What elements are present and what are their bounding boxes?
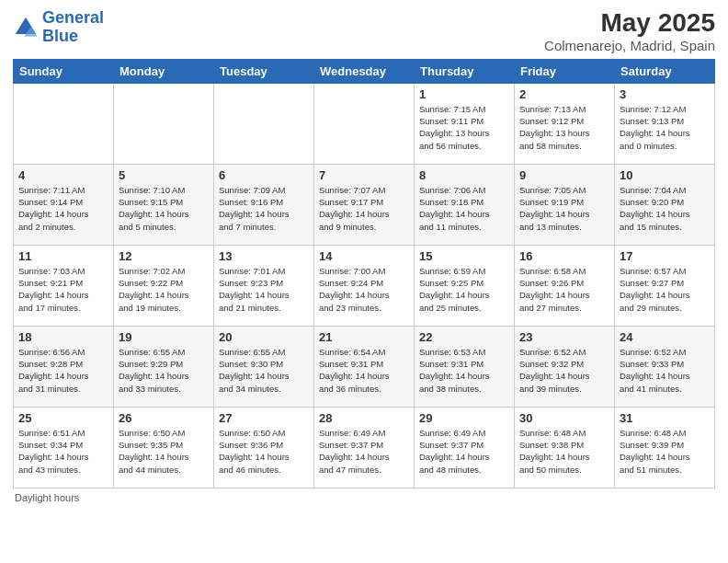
day-number: 1 — [419, 87, 509, 101]
day-number: 30 — [519, 411, 609, 425]
day-info: Sunrise: 6:56 AMSunset: 9:28 PMDaylight:… — [18, 346, 108, 395]
calendar-cell: 7Sunrise: 7:07 AMSunset: 9:17 PMDaylight… — [314, 164, 415, 245]
footer-note: Daylight hours — [13, 492, 715, 503]
day-number: 24 — [620, 330, 710, 344]
day-number: 4 — [18, 168, 108, 182]
calendar-cell: 31Sunrise: 6:48 AMSunset: 9:39 PMDayligh… — [615, 407, 715, 488]
day-number: 3 — [620, 87, 710, 101]
calendar-cell — [214, 83, 314, 164]
calendar-cell: 5Sunrise: 7:10 AMSunset: 9:15 PMDaylight… — [114, 164, 214, 245]
day-number: 13 — [219, 249, 309, 263]
calendar-cell: 15Sunrise: 6:59 AMSunset: 9:25 PMDayligh… — [415, 245, 515, 326]
calendar-cell: 2Sunrise: 7:13 AMSunset: 9:12 PMDaylight… — [515, 83, 615, 164]
day-info: Sunrise: 6:51 AMSunset: 9:34 PMDaylight:… — [18, 427, 108, 476]
calendar-table: SundayMondayTuesdayWednesdayThursdayFrid… — [13, 59, 715, 488]
calendar-week-1: 1Sunrise: 7:15 AMSunset: 9:11 PMDaylight… — [14, 83, 715, 164]
calendar-cell — [14, 83, 114, 164]
calendar-week-4: 18Sunrise: 6:56 AMSunset: 9:28 PMDayligh… — [14, 326, 715, 407]
day-info: Sunrise: 6:49 AMSunset: 9:37 PMDaylight:… — [319, 427, 409, 476]
day-info: Sunrise: 7:10 AMSunset: 9:15 PMDaylight:… — [119, 184, 209, 233]
day-info: Sunrise: 7:01 AMSunset: 9:23 PMDaylight:… — [219, 265, 309, 314]
day-info: Sunrise: 6:55 AMSunset: 9:29 PMDaylight:… — [119, 346, 209, 395]
day-info: Sunrise: 6:50 AMSunset: 9:35 PMDaylight:… — [119, 427, 209, 476]
day-info: Sunrise: 6:55 AMSunset: 9:30 PMDaylight:… — [219, 346, 309, 395]
calendar-cell: 30Sunrise: 6:48 AMSunset: 9:38 PMDayligh… — [515, 407, 615, 488]
day-info: Sunrise: 7:04 AMSunset: 9:20 PMDaylight:… — [620, 184, 710, 233]
day-number: 14 — [319, 249, 409, 263]
calendar-cell — [314, 83, 415, 164]
day-number: 27 — [219, 411, 309, 425]
weekday-header-row: SundayMondayTuesdayWednesdayThursdayFrid… — [14, 59, 715, 83]
day-number: 16 — [519, 249, 609, 263]
calendar-week-2: 4Sunrise: 7:11 AMSunset: 9:14 PMDaylight… — [14, 164, 715, 245]
day-number: 19 — [119, 330, 209, 344]
day-number: 7 — [319, 168, 409, 182]
calendar-cell: 26Sunrise: 6:50 AMSunset: 9:35 PMDayligh… — [114, 407, 214, 488]
day-number: 6 — [219, 168, 309, 182]
day-info: Sunrise: 7:09 AMSunset: 9:16 PMDaylight:… — [219, 184, 309, 233]
calendar-cell: 9Sunrise: 7:05 AMSunset: 9:19 PMDaylight… — [515, 164, 615, 245]
weekday-wednesday: Wednesday — [314, 59, 415, 83]
day-info: Sunrise: 7:03 AMSunset: 9:21 PMDaylight:… — [18, 265, 108, 314]
logo: General Blue — [13, 9, 104, 46]
day-info: Sunrise: 6:59 AMSunset: 9:25 PMDaylight:… — [419, 265, 509, 314]
day-number: 11 — [18, 249, 108, 263]
day-info: Sunrise: 7:07 AMSunset: 9:17 PMDaylight:… — [319, 184, 409, 233]
weekday-thursday: Thursday — [415, 59, 515, 83]
calendar-cell — [114, 83, 214, 164]
calendar-cell: 20Sunrise: 6:55 AMSunset: 9:30 PMDayligh… — [214, 326, 314, 407]
calendar-cell: 25Sunrise: 6:51 AMSunset: 9:34 PMDayligh… — [14, 407, 114, 488]
month-title: May 2025 — [544, 9, 715, 38]
day-number: 15 — [419, 249, 509, 263]
day-number: 20 — [219, 330, 309, 344]
day-number: 23 — [519, 330, 609, 344]
day-info: Sunrise: 6:49 AMSunset: 9:37 PMDaylight:… — [419, 427, 509, 476]
day-info: Sunrise: 6:58 AMSunset: 9:26 PMDaylight:… — [519, 265, 609, 314]
calendar-cell: 28Sunrise: 6:49 AMSunset: 9:37 PMDayligh… — [314, 407, 415, 488]
day-number: 2 — [519, 87, 609, 101]
calendar-cell: 4Sunrise: 7:11 AMSunset: 9:14 PMDaylight… — [14, 164, 114, 245]
day-info: Sunrise: 7:00 AMSunset: 9:24 PMDaylight:… — [319, 265, 409, 314]
calendar-cell: 8Sunrise: 7:06 AMSunset: 9:18 PMDaylight… — [415, 164, 515, 245]
day-number: 8 — [419, 168, 509, 182]
calendar-cell: 29Sunrise: 6:49 AMSunset: 9:37 PMDayligh… — [415, 407, 515, 488]
calendar-cell: 21Sunrise: 6:54 AMSunset: 9:31 PMDayligh… — [314, 326, 415, 407]
day-number: 17 — [620, 249, 710, 263]
day-number: 12 — [119, 249, 209, 263]
calendar-cell: 3Sunrise: 7:12 AMSunset: 9:13 PMDaylight… — [615, 83, 715, 164]
calendar-cell: 22Sunrise: 6:53 AMSunset: 9:31 PMDayligh… — [415, 326, 515, 407]
calendar-cell: 14Sunrise: 7:00 AMSunset: 9:24 PMDayligh… — [314, 245, 415, 326]
day-info: Sunrise: 7:02 AMSunset: 9:22 PMDaylight:… — [119, 265, 209, 314]
day-number: 10 — [620, 168, 710, 182]
logo-icon — [13, 15, 39, 40]
logo-blue: Blue — [42, 27, 78, 45]
day-info: Sunrise: 6:52 AMSunset: 9:32 PMDaylight:… — [519, 346, 609, 395]
day-number: 29 — [419, 411, 509, 425]
day-number: 9 — [519, 168, 609, 182]
weekday-friday: Friday — [515, 59, 615, 83]
day-number: 25 — [18, 411, 108, 425]
logo-text: General Blue — [42, 9, 104, 46]
calendar-cell: 24Sunrise: 6:52 AMSunset: 9:33 PMDayligh… — [615, 326, 715, 407]
location-title: Colmenarejo, Madrid, Spain — [544, 38, 715, 53]
day-number: 26 — [119, 411, 209, 425]
calendar-cell: 13Sunrise: 7:01 AMSunset: 9:23 PMDayligh… — [214, 245, 314, 326]
calendar-cell: 19Sunrise: 6:55 AMSunset: 9:29 PMDayligh… — [114, 326, 214, 407]
calendar-cell: 18Sunrise: 6:56 AMSunset: 9:28 PMDayligh… — [14, 326, 114, 407]
page: General Blue May 2025 Colmenarejo, Madri… — [0, 0, 728, 563]
calendar-cell: 6Sunrise: 7:09 AMSunset: 9:16 PMDaylight… — [214, 164, 314, 245]
calendar-cell: 23Sunrise: 6:52 AMSunset: 9:32 PMDayligh… — [515, 326, 615, 407]
title-block: May 2025 Colmenarejo, Madrid, Spain — [544, 9, 715, 53]
day-info: Sunrise: 7:13 AMSunset: 9:12 PMDaylight:… — [519, 103, 609, 152]
day-info: Sunrise: 6:53 AMSunset: 9:31 PMDaylight:… — [419, 346, 509, 395]
weekday-saturday: Saturday — [615, 59, 715, 83]
calendar-cell: 27Sunrise: 6:50 AMSunset: 9:36 PMDayligh… — [214, 407, 314, 488]
calendar-cell: 1Sunrise: 7:15 AMSunset: 9:11 PMDaylight… — [415, 83, 515, 164]
day-info: Sunrise: 6:50 AMSunset: 9:36 PMDaylight:… — [219, 427, 309, 476]
calendar-cell: 17Sunrise: 6:57 AMSunset: 9:27 PMDayligh… — [615, 245, 715, 326]
day-number: 31 — [620, 411, 710, 425]
day-number: 5 — [119, 168, 209, 182]
day-info: Sunrise: 6:52 AMSunset: 9:33 PMDaylight:… — [620, 346, 710, 395]
calendar-cell: 12Sunrise: 7:02 AMSunset: 9:22 PMDayligh… — [114, 245, 214, 326]
calendar-cell: 10Sunrise: 7:04 AMSunset: 9:20 PMDayligh… — [615, 164, 715, 245]
